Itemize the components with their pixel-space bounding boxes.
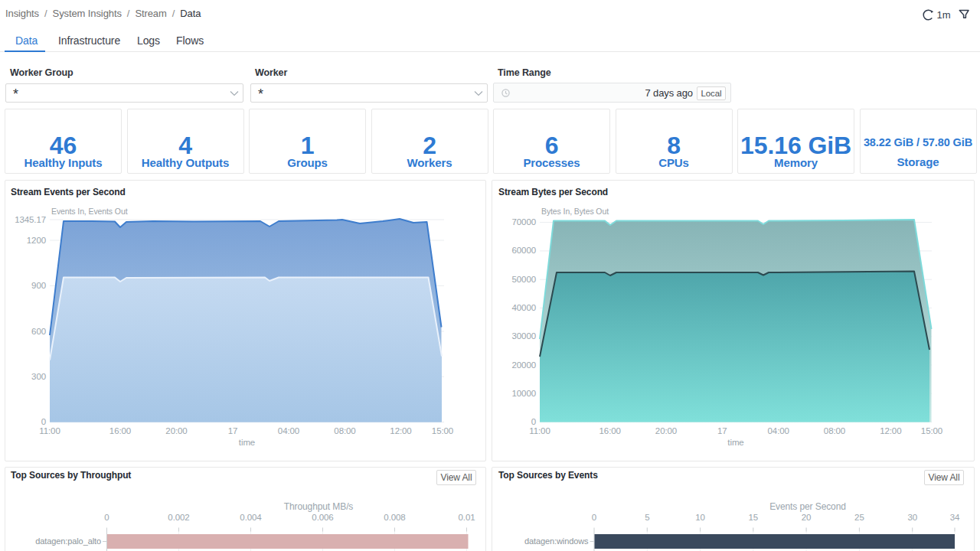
svg-text:08:00: 08:00: [334, 426, 355, 435]
svg-text:Events per Second: Events per Second: [769, 501, 846, 512]
svg-text:16:00: 16:00: [109, 426, 131, 435]
svg-text:20: 20: [802, 513, 812, 522]
svg-text:0.006: 0.006: [312, 513, 333, 522]
svg-text:25: 25: [854, 513, 864, 522]
svg-text:datagen:palo_alto: datagen:palo_alto: [35, 536, 101, 546]
svg-text:20000: 20000: [512, 360, 536, 370]
svg-text:08:00: 08:00: [824, 426, 845, 435]
svg-text:time: time: [727, 438, 743, 447]
svg-text:15:00: 15:00: [921, 426, 942, 435]
svg-text:1345.17: 1345.17: [15, 215, 46, 224]
svg-text:10000: 10000: [512, 389, 536, 398]
svg-text:12:00: 12:00: [390, 426, 411, 435]
svg-text:16:00: 16:00: [599, 426, 621, 435]
svg-text:Stream Events per Second: Stream Events per Second: [11, 187, 126, 197]
svg-text:11:00: 11:00: [529, 426, 550, 435]
svg-text:1200: 1200: [27, 236, 46, 245]
svg-text:0.002: 0.002: [168, 513, 189, 522]
svg-text:time: time: [239, 438, 255, 447]
svg-text:Events In, Events Out: Events In, Events Out: [51, 207, 128, 216]
svg-text:0: 0: [531, 417, 536, 426]
svg-text:50000: 50000: [512, 275, 536, 284]
svg-text:5: 5: [645, 513, 649, 522]
svg-text:0.01: 0.01: [459, 513, 475, 522]
svg-text:17: 17: [717, 426, 727, 435]
svg-text:15:00: 15:00: [432, 426, 453, 435]
svg-text:04:00: 04:00: [768, 426, 789, 435]
svg-text:Throughput MB/s: Throughput MB/s: [284, 501, 354, 512]
svg-text:20:00: 20:00: [165, 426, 187, 435]
svg-text:0: 0: [104, 513, 109, 522]
svg-text:11:00: 11:00: [39, 426, 60, 435]
svg-text:0.004: 0.004: [240, 513, 262, 522]
svg-text:0.008: 0.008: [384, 513, 405, 522]
svg-text:300: 300: [31, 372, 46, 381]
svg-text:Bytes In, Bytes Out: Bytes In, Bytes Out: [541, 207, 609, 216]
svg-text:900: 900: [31, 281, 46, 290]
svg-text:12:00: 12:00: [880, 426, 901, 435]
svg-text:1m: 1m: [937, 9, 951, 21]
svg-text:600: 600: [31, 327, 46, 336]
svg-text:04:00: 04:00: [278, 426, 299, 435]
svg-text:datagen:windows: datagen:windows: [524, 536, 589, 546]
svg-text:Stream Bytes per Second: Stream Bytes per Second: [498, 187, 608, 197]
svg-text:60000: 60000: [512, 246, 536, 255]
svg-text:0: 0: [41, 417, 46, 426]
svg-text:17: 17: [228, 426, 238, 435]
svg-text:0: 0: [592, 513, 596, 522]
svg-text:20:00: 20:00: [655, 426, 677, 435]
svg-text:40000: 40000: [512, 303, 536, 312]
svg-text:70000: 70000: [512, 217, 536, 227]
svg-text:15: 15: [749, 513, 759, 522]
svg-text:10: 10: [695, 513, 705, 522]
svg-text:34: 34: [950, 513, 960, 522]
svg-text:30000: 30000: [512, 331, 536, 341]
svg-text:30: 30: [907, 513, 917, 522]
